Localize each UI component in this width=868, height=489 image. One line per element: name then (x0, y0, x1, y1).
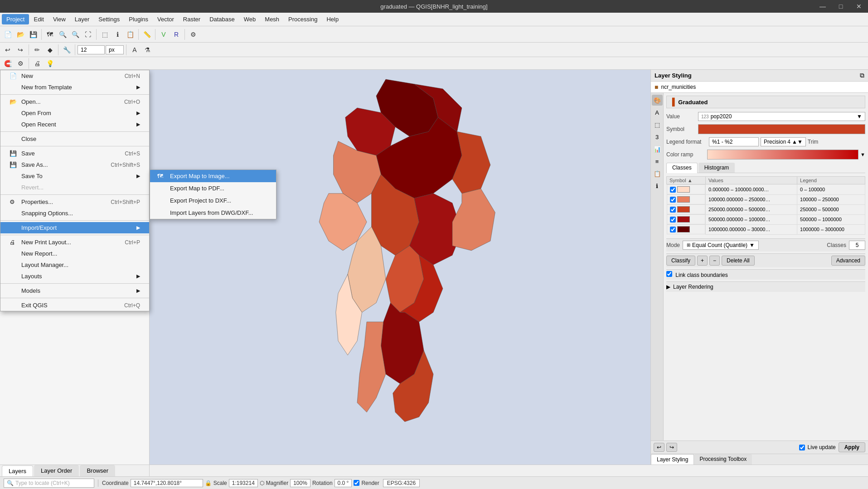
menu-plugins[interactable]: Plugins (124, 14, 153, 24)
panel-float-icon[interactable]: ⧉ (860, 72, 864, 79)
menu-save[interactable]: 💾 Save Ctrl+S (0, 148, 149, 159)
menu-new-report[interactable]: New Report... (0, 248, 149, 259)
tab-browser[interactable]: Browser (80, 465, 115, 476)
menu-mesh[interactable]: Mesh (260, 14, 284, 24)
class-1-swatch[interactable] (677, 186, 690, 193)
add-raster-layer-btn[interactable]: R (170, 29, 182, 40)
submenu-export-dxf[interactable]: Export Project to DXF... (150, 194, 276, 207)
maximize-button[interactable]: □ (832, 0, 850, 13)
open-project-btn[interactable]: 📂 (15, 29, 26, 40)
class-3-checkbox[interactable] (670, 207, 676, 213)
menu-open-recent[interactable]: Open Recent ▶ (0, 119, 149, 130)
advanced-button[interactable]: Advanced (831, 256, 865, 266)
tab-layer-order[interactable]: Layer Order (34, 465, 79, 476)
zoom-out-btn[interactable]: 🔍 (69, 29, 81, 40)
tab-layers[interactable]: Layers (2, 465, 33, 476)
pan-map-btn[interactable]: 🗺 (44, 29, 56, 40)
identify-features-btn[interactable]: ℹ (112, 29, 123, 40)
node-tool-btn[interactable]: ◆ (44, 44, 56, 56)
map-area[interactable] (150, 70, 650, 465)
class-5-swatch[interactable] (677, 226, 690, 232)
menu-import-export[interactable]: Import/Export ▶ (0, 222, 149, 233)
menu-revert[interactable]: Revert... (0, 182, 149, 193)
measure-btn[interactable]: 📏 (141, 29, 153, 40)
label-btn[interactable]: A (129, 44, 141, 56)
locate-search[interactable]: 🔍 Type to locate (Ctrl+K) (4, 479, 94, 488)
tab-histogram[interactable]: Histogram (698, 163, 735, 173)
live-update-checkbox[interactable] (799, 445, 805, 450)
classify-button[interactable]: Classify (666, 256, 695, 266)
render-checkbox[interactable] (354, 480, 359, 486)
minimize-button[interactable]: — (814, 0, 832, 13)
styling-paint-icon[interactable]: 🎨 (652, 95, 663, 106)
menu-database[interactable]: Database (205, 14, 239, 24)
add-class-button[interactable]: + (697, 256, 708, 266)
menu-layer[interactable]: Layer (70, 14, 94, 24)
class-1-checkbox[interactable] (670, 187, 676, 193)
menu-snapping-options[interactable]: Snapping Options... (0, 208, 149, 219)
zoom-in-btn[interactable]: 🔍 (57, 29, 68, 40)
processing-btn[interactable]: ⚙ (187, 29, 199, 40)
color-ramp-swatch[interactable] (707, 150, 858, 160)
color-ramp-arrow[interactable]: ▼ (860, 152, 865, 157)
precision-dropdown[interactable]: Precision 4 ▲▼ (761, 137, 806, 146)
undo-btn[interactable]: ↩ (2, 44, 14, 56)
map-tips-btn[interactable]: 💡 (44, 58, 56, 69)
classes-count-input[interactable] (849, 241, 865, 250)
digitize-btn[interactable]: ✏ (31, 44, 43, 56)
styling-attributes-icon[interactable]: 📋 (652, 168, 663, 179)
menu-properties[interactable]: ⚙ Properties... Ctrl+Shift+P (0, 196, 149, 208)
class-2-swatch[interactable] (677, 196, 690, 203)
symbol-swatch[interactable] (698, 124, 865, 134)
tab-layer-styling[interactable]: Layer Styling (651, 454, 694, 465)
styling-mask-icon[interactable]: ⬚ (652, 119, 663, 130)
menu-new[interactable]: 📄 New Ctrl+N (0, 70, 149, 82)
styling-redo-btn[interactable]: ↪ (666, 443, 677, 452)
menu-project[interactable]: Project (2, 14, 29, 24)
menu-raster[interactable]: Raster (179, 14, 205, 24)
new-project-btn[interactable]: 📄 (2, 29, 14, 40)
mode-dropdown[interactable]: ⊞ Equal Count (Quantile) ▼ (683, 241, 759, 250)
close-button[interactable]: ✕ (850, 0, 868, 13)
advanced-digitize-btn[interactable]: 🔧 (61, 44, 73, 56)
select-features-btn[interactable]: ⬚ (99, 29, 111, 40)
menu-models[interactable]: Models ▶ (0, 285, 149, 296)
styling-label-icon[interactable]: A (652, 107, 663, 118)
menu-vector[interactable]: Vector (153, 14, 179, 24)
menu-open[interactable]: 📂 Open... Ctrl+O (0, 96, 149, 107)
menu-layouts[interactable]: Layouts ▶ (0, 271, 149, 282)
legend-format-input[interactable] (709, 137, 759, 146)
apply-button[interactable]: Apply (839, 442, 865, 452)
class-4-swatch[interactable] (677, 216, 690, 223)
menu-new-print-layout[interactable]: 🖨 New Print Layout... Ctrl+P (0, 237, 149, 248)
save-project-btn[interactable]: 💾 (27, 29, 39, 40)
menu-view[interactable]: View (48, 14, 70, 24)
class-4-checkbox[interactable] (670, 217, 676, 223)
remove-class-button[interactable]: − (709, 256, 720, 266)
styling-3d-icon[interactable]: 3 (652, 131, 663, 142)
menu-processing[interactable]: Processing (284, 14, 322, 24)
link-boundaries-checkbox[interactable] (666, 271, 672, 277)
menu-settings[interactable]: Settings (94, 14, 124, 24)
menu-layout-manager[interactable]: Layout Manager... (0, 259, 149, 271)
zoom-full-btn[interactable]: ⛶ (82, 29, 94, 40)
open-attr-table-btn[interactable]: 📋 (124, 29, 136, 40)
styling-metadata-icon[interactable]: ℹ (652, 180, 663, 191)
menu-save-to[interactable]: Save To ▶ (0, 170, 149, 182)
menu-edit[interactable]: Edit (29, 14, 48, 24)
menu-web[interactable]: Web (239, 14, 261, 24)
tab-classes[interactable]: Classes (666, 163, 698, 173)
font-size-input[interactable]: 12 (78, 45, 105, 54)
submenu-export-image[interactable]: 🗺 Export Map to Image... (150, 170, 276, 182)
submenu-export-pdf[interactable]: Export Map to PDF... (150, 182, 276, 194)
class-5-checkbox[interactable] (670, 227, 676, 232)
styling-diagram-icon[interactable]: 📊 (652, 144, 663, 155)
redo-btn[interactable]: ↪ (15, 44, 26, 56)
delete-all-button[interactable]: Delete All (722, 256, 755, 266)
snap-options-btn[interactable]: ⚙ (15, 58, 26, 69)
menu-exit-qgis[interactable]: Exit QGIS Ctrl+Q (0, 300, 149, 311)
layer-rendering-row[interactable]: ▶ Layer Rendering (666, 281, 865, 292)
class-2-checkbox[interactable] (670, 197, 676, 203)
enable-snapping-btn[interactable]: 🧲 (2, 58, 14, 69)
menu-new-from-template[interactable]: New from Template ▶ (0, 82, 149, 93)
